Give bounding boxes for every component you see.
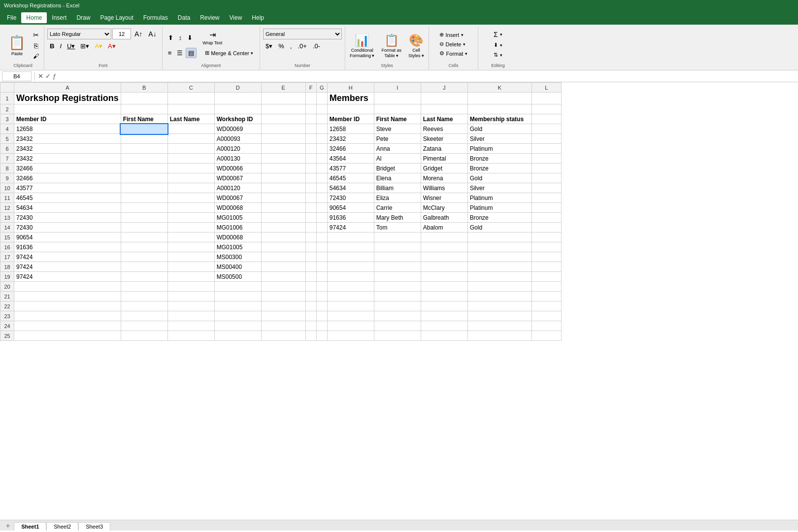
cell-C11[interactable] bbox=[167, 193, 214, 203]
cell-K25[interactable] bbox=[467, 331, 532, 341]
cell-C14[interactable] bbox=[167, 223, 214, 233]
cell-G25[interactable] bbox=[316, 331, 327, 341]
menu-home[interactable]: Home bbox=[21, 12, 47, 23]
cell-B11[interactable] bbox=[121, 193, 167, 203]
decrease-font-button[interactable]: A↓ bbox=[146, 29, 159, 39]
cell-L21[interactable] bbox=[532, 292, 561, 301]
cell-A17[interactable]: 97424 bbox=[14, 252, 121, 262]
cell-C24[interactable] bbox=[167, 321, 214, 331]
decrease-decimal-button[interactable]: .0- bbox=[310, 41, 323, 51]
cell-F4[interactable] bbox=[305, 124, 316, 134]
font-name-select[interactable]: Lato Regular bbox=[47, 29, 111, 39]
cell-F14[interactable] bbox=[305, 223, 316, 233]
row-number[interactable]: 8 bbox=[0, 164, 14, 173]
cell-L15[interactable] bbox=[532, 233, 561, 242]
cell-F15[interactable] bbox=[305, 233, 316, 242]
row-number[interactable]: 5 bbox=[0, 134, 14, 144]
cell-I23[interactable] bbox=[374, 311, 421, 321]
cell-H6[interactable]: 32466 bbox=[327, 144, 374, 154]
paste-button[interactable]: 📋 Paste bbox=[5, 32, 29, 59]
cell-G7[interactable] bbox=[316, 154, 327, 164]
cell-K20[interactable] bbox=[467, 282, 532, 292]
cell-L22[interactable] bbox=[532, 301, 561, 311]
menu-page-layout[interactable]: Page Layout bbox=[95, 12, 138, 23]
cell-F20[interactable] bbox=[305, 282, 316, 292]
cell-H9[interactable]: 46545 bbox=[327, 173, 374, 183]
cell-J8[interactable]: Gridget bbox=[421, 164, 467, 173]
sheet-tab-1[interactable]: Sheet1 bbox=[14, 522, 46, 531]
cell-F22[interactable] bbox=[305, 301, 316, 311]
merge-center-button[interactable]: ⊞ Merge & Center ▾ bbox=[201, 48, 257, 58]
cell-B6[interactable] bbox=[121, 144, 167, 154]
cell-C21[interactable] bbox=[167, 292, 214, 301]
cell-A12[interactable]: 54634 bbox=[14, 203, 121, 213]
cell-D5[interactable]: A000093 bbox=[214, 134, 261, 144]
cell-A19[interactable]: 97424 bbox=[14, 272, 121, 282]
cell-F13[interactable] bbox=[305, 213, 316, 223]
cell-I18[interactable] bbox=[374, 262, 421, 272]
cell-K2[interactable] bbox=[467, 104, 532, 114]
cell-K23[interactable] bbox=[467, 311, 532, 321]
cell-G23[interactable] bbox=[316, 311, 327, 321]
cell-H16[interactable] bbox=[327, 242, 374, 252]
cell-A6[interactable]: 23432 bbox=[14, 144, 121, 154]
cell-E25[interactable] bbox=[261, 331, 305, 341]
cell-G14[interactable] bbox=[316, 223, 327, 233]
menu-file[interactable]: File bbox=[2, 12, 21, 23]
font-size-input[interactable] bbox=[112, 29, 131, 39]
cell-A11[interactable]: 46545 bbox=[14, 193, 121, 203]
cell-J20[interactable] bbox=[421, 282, 467, 292]
row-number[interactable]: 9 bbox=[0, 173, 14, 183]
cell-D20[interactable] bbox=[214, 282, 261, 292]
cell-G16[interactable] bbox=[316, 242, 327, 252]
cell-E24[interactable] bbox=[261, 321, 305, 331]
col-header-h[interactable]: H bbox=[327, 83, 374, 93]
format-painter-button[interactable]: 🖌 bbox=[31, 52, 41, 61]
cell-F1[interactable] bbox=[305, 93, 316, 104]
cell-B25[interactable] bbox=[121, 331, 167, 341]
cell-I5[interactable]: Pete bbox=[374, 134, 421, 144]
cell-F16[interactable] bbox=[305, 242, 316, 252]
cell-G10[interactable] bbox=[316, 183, 327, 193]
row-number[interactable]: 22 bbox=[0, 301, 14, 311]
col-header-e[interactable]: E bbox=[261, 83, 305, 93]
cell-H19[interactable] bbox=[327, 272, 374, 282]
row-number[interactable]: 23 bbox=[0, 311, 14, 321]
cell-H21[interactable] bbox=[327, 292, 374, 301]
cell-K16[interactable] bbox=[467, 242, 532, 252]
cell-B7[interactable] bbox=[121, 154, 167, 164]
cell-D22[interactable] bbox=[214, 301, 261, 311]
cell-I2[interactable] bbox=[374, 104, 421, 114]
cell-J23[interactable] bbox=[421, 311, 467, 321]
cell-I19[interactable] bbox=[374, 272, 421, 282]
cell-H3[interactable]: Member ID bbox=[327, 114, 374, 124]
cell-I22[interactable] bbox=[374, 301, 421, 311]
col-header-f[interactable]: F bbox=[305, 83, 316, 93]
cell-D8[interactable]: WD00066 bbox=[214, 164, 261, 173]
cell-C4[interactable] bbox=[167, 124, 214, 134]
cell-F6[interactable] bbox=[305, 144, 316, 154]
cell-J11[interactable]: Wisner bbox=[421, 193, 467, 203]
cell-G21[interactable] bbox=[316, 292, 327, 301]
cell-L13[interactable] bbox=[532, 213, 561, 223]
row-number[interactable]: 7 bbox=[0, 154, 14, 164]
cell-A10[interactable]: 43577 bbox=[14, 183, 121, 193]
cell-F25[interactable] bbox=[305, 331, 316, 341]
cell-C22[interactable] bbox=[167, 301, 214, 311]
cell-D13[interactable]: MG01005 bbox=[214, 213, 261, 223]
cell-E16[interactable] bbox=[261, 242, 305, 252]
cell-B20[interactable] bbox=[121, 282, 167, 292]
cell-D9[interactable]: WD00067 bbox=[214, 173, 261, 183]
cell-H14[interactable]: 97424 bbox=[327, 223, 374, 233]
cell-I13[interactable]: Mary Beth bbox=[374, 213, 421, 223]
cell-L20[interactable] bbox=[532, 282, 561, 292]
row-number[interactable]: 2 bbox=[0, 104, 14, 114]
menu-draw[interactable]: Draw bbox=[71, 12, 95, 23]
row-number[interactable]: 3 bbox=[0, 114, 14, 124]
cell-A25[interactable] bbox=[14, 331, 121, 341]
cell-E19[interactable] bbox=[261, 272, 305, 282]
cell-B15[interactable] bbox=[121, 233, 167, 242]
cell-I24[interactable] bbox=[374, 321, 421, 331]
cell-B3[interactable]: First Name bbox=[121, 114, 167, 124]
cell-A5[interactable]: 23432 bbox=[14, 134, 121, 144]
